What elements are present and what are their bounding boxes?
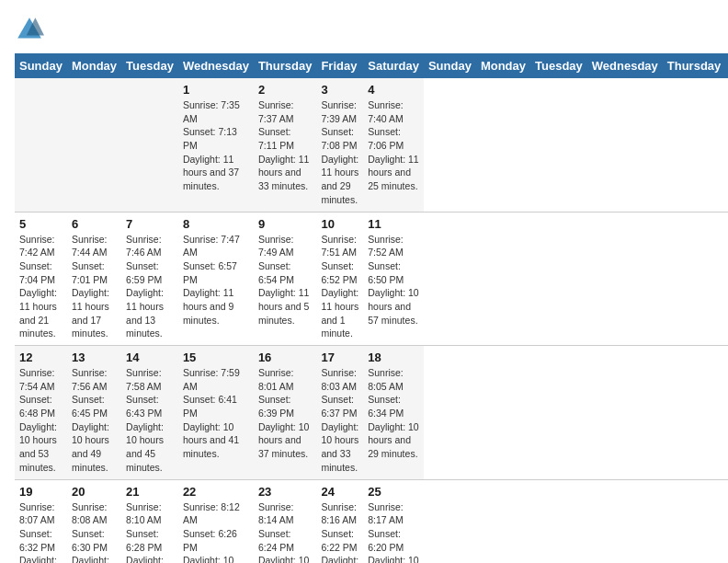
day-number: 8	[183, 217, 249, 231]
day-content: Sunrise: 7:49 AM Sunset: 6:54 PM Dayligh…	[258, 233, 313, 327]
column-header-monday: Monday	[476, 53, 530, 78]
day-content: Sunrise: 8:14 AM Sunset: 6:24 PM Dayligh…	[258, 500, 313, 564]
day-content: Sunrise: 7:37 AM Sunset: 7:11 PM Dayligh…	[258, 98, 313, 193]
day-number: 19	[19, 485, 63, 499]
column-header-sunday: Sunday	[424, 53, 476, 78]
calendar-cell: 3Sunrise: 7:39 AM Sunset: 7:08 PM Daylig…	[316, 78, 363, 212]
calendar-week-1: 1Sunrise: 7:35 AM Sunset: 7:13 PM Daylig…	[15, 78, 728, 212]
day-content: Sunrise: 7:59 AM Sunset: 6:41 PM Dayligh…	[183, 366, 249, 461]
logo	[15, 15, 48, 44]
calendar-cell: 14Sunrise: 7:58 AM Sunset: 6:43 PM Dayli…	[121, 346, 178, 480]
day-content: Sunrise: 7:44 AM Sunset: 7:01 PM Dayligh…	[72, 233, 117, 341]
calendar-cell: 4Sunrise: 7:40 AM Sunset: 7:06 PM Daylig…	[363, 78, 424, 212]
day-number: 6	[72, 217, 117, 231]
column-header-thursday: Thursday	[663, 53, 726, 78]
day-content: Sunrise: 8:17 AM Sunset: 6:20 PM Dayligh…	[368, 500, 419, 564]
day-content: Sunrise: 7:54 AM Sunset: 6:48 PM Dayligh…	[19, 366, 63, 475]
day-number: 16	[258, 350, 313, 364]
day-number: 3	[321, 83, 358, 97]
calendar-cell: 22Sunrise: 8:12 AM Sunset: 6:26 PM Dayli…	[178, 479, 254, 563]
calendar-cell: 19Sunrise: 8:07 AM Sunset: 6:32 PM Dayli…	[15, 479, 67, 563]
column-header-wednesday: Wednesday	[587, 53, 663, 78]
day-number: 11	[368, 217, 419, 231]
calendar-cell: 6Sunrise: 7:44 AM Sunset: 7:01 PM Daylig…	[67, 212, 121, 346]
day-content: Sunrise: 8:10 AM Sunset: 6:28 PM Dayligh…	[126, 500, 174, 564]
day-number: 24	[321, 485, 358, 499]
day-number: 22	[183, 485, 249, 499]
calendar-cell: 13Sunrise: 7:56 AM Sunset: 6:45 PM Dayli…	[67, 346, 121, 480]
calendar-week-2: 5Sunrise: 7:42 AM Sunset: 7:04 PM Daylig…	[15, 212, 728, 346]
calendar-cell: 11Sunrise: 7:52 AM Sunset: 6:50 PM Dayli…	[363, 212, 424, 346]
calendar-cell: 17Sunrise: 8:03 AM Sunset: 6:37 PM Dayli…	[316, 346, 363, 480]
column-header-saturday: Saturday	[363, 53, 424, 78]
calendar-cell: 24Sunrise: 8:16 AM Sunset: 6:22 PM Dayli…	[316, 479, 363, 563]
calendar-cell: 25Sunrise: 8:17 AM Sunset: 6:20 PM Dayli…	[363, 479, 424, 563]
calendar-header-row: SundayMondayTuesdayWednesdayThursdayFrid…	[15, 53, 728, 78]
calendar-cell: 5Sunrise: 7:42 AM Sunset: 7:04 PM Daylig…	[15, 212, 67, 346]
day-content: Sunrise: 8:16 AM Sunset: 6:22 PM Dayligh…	[321, 500, 358, 564]
day-content: Sunrise: 8:03 AM Sunset: 6:37 PM Dayligh…	[321, 366, 358, 475]
day-number: 2	[258, 83, 313, 97]
logo-icon	[15, 15, 44, 44]
day-number: 9	[258, 217, 313, 231]
calendar-week-3: 12Sunrise: 7:54 AM Sunset: 6:48 PM Dayli…	[15, 346, 728, 480]
column-header-friday: Friday	[316, 53, 363, 78]
calendar-cell: 16Sunrise: 8:01 AM Sunset: 6:39 PM Dayli…	[254, 346, 317, 480]
day-number: 17	[321, 350, 358, 364]
day-number: 21	[126, 485, 174, 499]
day-number: 20	[72, 485, 117, 499]
day-content: Sunrise: 7:35 AM Sunset: 7:13 PM Dayligh…	[183, 98, 249, 193]
day-content: Sunrise: 7:56 AM Sunset: 6:45 PM Dayligh…	[72, 366, 117, 475]
day-content: Sunrise: 7:51 AM Sunset: 6:52 PM Dayligh…	[321, 233, 358, 341]
calendar-cell: 15Sunrise: 7:59 AM Sunset: 6:41 PM Dayli…	[178, 346, 254, 480]
day-number: 12	[19, 350, 63, 364]
column-header-thursday: Thursday	[254, 53, 317, 78]
calendar-cell: 21Sunrise: 8:10 AM Sunset: 6:28 PM Dayli…	[121, 479, 178, 563]
day-content: Sunrise: 7:40 AM Sunset: 7:06 PM Dayligh…	[368, 98, 419, 193]
calendar-cell: 7Sunrise: 7:46 AM Sunset: 6:59 PM Daylig…	[121, 212, 178, 346]
calendar-cell: 2Sunrise: 7:37 AM Sunset: 7:11 PM Daylig…	[254, 78, 317, 212]
day-content: Sunrise: 7:39 AM Sunset: 7:08 PM Dayligh…	[321, 98, 358, 207]
day-number: 25	[368, 485, 419, 499]
day-content: Sunrise: 8:01 AM Sunset: 6:39 PM Dayligh…	[258, 366, 313, 461]
calendar-week-4: 19Sunrise: 8:07 AM Sunset: 6:32 PM Dayli…	[15, 479, 728, 563]
calendar-cell: 23Sunrise: 8:14 AM Sunset: 6:24 PM Dayli…	[254, 479, 317, 563]
calendar-cell	[121, 78, 178, 212]
day-content: Sunrise: 7:46 AM Sunset: 6:59 PM Dayligh…	[126, 233, 174, 341]
day-number: 13	[72, 350, 117, 364]
day-number: 10	[321, 217, 358, 231]
calendar-cell: 12Sunrise: 7:54 AM Sunset: 6:48 PM Dayli…	[15, 346, 67, 480]
column-header-tuesday: Tuesday	[530, 53, 587, 78]
day-content: Sunrise: 8:07 AM Sunset: 6:32 PM Dayligh…	[19, 500, 63, 564]
calendar-cell: 8Sunrise: 7:47 AM Sunset: 6:57 PM Daylig…	[178, 212, 254, 346]
day-content: Sunrise: 7:47 AM Sunset: 6:57 PM Dayligh…	[183, 233, 249, 327]
day-content: Sunrise: 7:58 AM Sunset: 6:43 PM Dayligh…	[126, 366, 174, 475]
day-number: 15	[183, 350, 249, 364]
column-header-monday: Monday	[67, 53, 121, 78]
calendar-cell: 18Sunrise: 8:05 AM Sunset: 6:34 PM Dayli…	[363, 346, 424, 480]
day-number: 4	[368, 83, 419, 97]
day-number: 7	[126, 217, 174, 231]
calendar-cell	[15, 78, 67, 212]
day-content: Sunrise: 8:05 AM Sunset: 6:34 PM Dayligh…	[368, 366, 419, 461]
column-header-wednesday: Wednesday	[178, 53, 254, 78]
day-number: 18	[368, 350, 419, 364]
calendar-cell: 20Sunrise: 8:08 AM Sunset: 6:30 PM Dayli…	[67, 479, 121, 563]
day-number: 14	[126, 350, 174, 364]
calendar-cell: 10Sunrise: 7:51 AM Sunset: 6:52 PM Dayli…	[316, 212, 363, 346]
day-content: Sunrise: 7:52 AM Sunset: 6:50 PM Dayligh…	[368, 233, 419, 327]
column-header-tuesday: Tuesday	[121, 53, 178, 78]
day-number: 23	[258, 485, 313, 499]
calendar-table: SundayMondayTuesdayWednesdayThursdayFrid…	[15, 53, 728, 563]
day-number: 5	[19, 217, 63, 231]
page-header	[15, 15, 713, 44]
day-content: Sunrise: 8:08 AM Sunset: 6:30 PM Dayligh…	[72, 500, 117, 564]
day-number: 1	[183, 83, 249, 97]
calendar-cell	[67, 78, 121, 212]
calendar-cell: 1Sunrise: 7:35 AM Sunset: 7:13 PM Daylig…	[178, 78, 254, 212]
day-content: Sunrise: 8:12 AM Sunset: 6:26 PM Dayligh…	[183, 500, 249, 564]
column-header-sunday: Sunday	[15, 53, 67, 78]
day-content: Sunrise: 7:42 AM Sunset: 7:04 PM Dayligh…	[19, 233, 63, 341]
calendar-cell: 9Sunrise: 7:49 AM Sunset: 6:54 PM Daylig…	[254, 212, 317, 346]
